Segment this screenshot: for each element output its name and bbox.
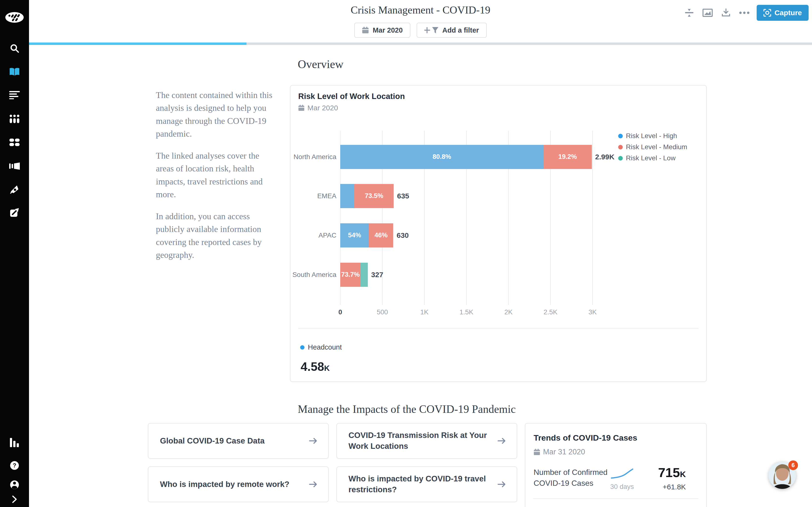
metric-value-unit: K xyxy=(680,469,686,479)
bar-chart-icon[interactable] xyxy=(0,435,29,450)
link-card-global-case-data[interactable]: Global COVID-19 Case Data xyxy=(148,423,329,459)
legend-dot-low xyxy=(618,156,623,161)
capture-label: Capture xyxy=(774,9,802,17)
legend-label: Risk Level - Low xyxy=(626,154,675,162)
user-icon[interactable] xyxy=(0,477,29,493)
legend-dot-medium xyxy=(618,145,623,150)
bar-segment[interactable]: 19.2% xyxy=(544,145,592,169)
more-icon[interactable] xyxy=(737,5,752,21)
slides-icon[interactable] xyxy=(0,158,29,174)
segment-percentage-label: 80.8% xyxy=(340,153,544,161)
x-axis-tick: 1K xyxy=(410,308,439,316)
impacts-heading: Manage the Impacts of the COVID-19 Pande… xyxy=(298,403,516,415)
filter-bar: Mar 2020 Add a filter xyxy=(29,23,812,38)
header-actions: Capture xyxy=(681,5,809,21)
main-content: Crisis Management - COVID-19 Mar 2020 Ad… xyxy=(29,0,812,507)
headcount-label: Headcount xyxy=(308,343,342,351)
risk-level-chart-card: Risk Level of Work Location Mar 2020 050… xyxy=(290,85,707,382)
date-filter-button[interactable]: Mar 2020 xyxy=(354,23,410,38)
x-axis-tick: 1.5K xyxy=(452,308,481,316)
link-card-transmission-risk[interactable]: COVID-19 Transmission Risk at Your Work … xyxy=(337,423,517,459)
trends-date: Mar 31 2020 xyxy=(534,448,585,456)
segment-percentage-label: 73.7% xyxy=(340,271,361,278)
date-filter-label: Mar 2020 xyxy=(373,26,403,34)
bar-segment[interactable] xyxy=(340,184,354,208)
pen-icon[interactable] xyxy=(0,181,29,197)
metric-value: 715K xyxy=(658,465,686,480)
link-label: Who is impacted by COVID-19 travel restr… xyxy=(349,473,489,495)
headcount-unit: K xyxy=(324,364,329,373)
gridline xyxy=(592,131,593,305)
x-axis-tick: 2.5K xyxy=(536,308,565,316)
sparkline-block: 30 days xyxy=(608,468,637,491)
intro-paragraph: The linked analyses cover the areas of l… xyxy=(156,150,277,201)
bar-segment[interactable]: 46% xyxy=(369,223,393,247)
link-label: COVID-19 Transmission Risk at Your Work … xyxy=(349,430,489,451)
bar-segment[interactable] xyxy=(361,263,368,287)
chart-date: Mar 2020 xyxy=(298,104,338,112)
category-label: EMEA xyxy=(291,192,337,200)
headcount-dot xyxy=(300,345,305,350)
tiles-icon[interactable] xyxy=(0,135,29,150)
scroll-progress-track xyxy=(29,43,812,45)
visier-logo[interactable] xyxy=(0,10,29,25)
metric-label: Number of Confirmed COVID-19 Cases xyxy=(534,467,613,489)
legend-label: Risk Level - Medium xyxy=(626,143,687,151)
image-icon[interactable] xyxy=(700,5,716,21)
calendar-icon xyxy=(298,105,305,111)
intro-paragraph: The content contained within this analys… xyxy=(156,89,277,140)
sidebar: ? xyxy=(0,0,29,507)
bar-total-label: 2.99K xyxy=(595,153,615,161)
metric-delta: +61.8K xyxy=(663,483,686,491)
segment-percentage-label: 54% xyxy=(340,231,369,239)
link-card-travel-restrictions[interactable]: Who is impacted by COVID-19 travel restr… xyxy=(337,466,517,502)
legend-item-high[interactable]: Risk Level - High xyxy=(618,132,687,139)
plot-area: 05001K1.5K2K2.5K3KNorth America80.8%19.2… xyxy=(340,131,593,305)
scroll-progress-fill xyxy=(29,43,247,45)
intro-text: The content contained within this analys… xyxy=(156,89,277,271)
bar-total-label: 635 xyxy=(397,192,409,200)
add-filter-label: Add a filter xyxy=(442,26,479,34)
category-label: North America xyxy=(291,153,337,161)
dots-grid-icon[interactable] xyxy=(0,111,29,126)
headcount-value: 4.58K xyxy=(301,360,329,374)
headcount-legend: Headcount xyxy=(300,343,342,351)
book-icon-active[interactable] xyxy=(0,64,29,80)
capture-viewfinder-icon xyxy=(763,9,771,17)
bar-total-label: 630 xyxy=(397,231,409,239)
bar-segment[interactable]: 54% xyxy=(340,223,369,247)
export-icon[interactable] xyxy=(0,205,29,220)
legend-item-low[interactable]: Risk Level - Low xyxy=(618,155,687,162)
segment-percentage-label: 73.5% xyxy=(354,192,394,200)
sparkline-caption: 30 days xyxy=(608,483,637,491)
chart-legend: Risk Level - High Risk Level - Medium Ri… xyxy=(618,132,687,166)
app-window: ? Crisis Management - COVID-19 Mar 2020 … xyxy=(0,0,812,507)
search-icon[interactable] xyxy=(0,41,29,56)
fit-width-icon[interactable] xyxy=(681,5,697,21)
text-lines-icon[interactable] xyxy=(0,88,29,103)
bar-segment[interactable]: 73.7% xyxy=(340,263,361,287)
legend-item-medium[interactable]: Risk Level - Medium xyxy=(618,144,687,151)
arrow-right-icon xyxy=(309,437,317,445)
category-label: APAC xyxy=(291,231,337,239)
bar-segment[interactable]: 73.5% xyxy=(354,184,394,208)
arrow-right-icon xyxy=(309,481,317,488)
bar-segment[interactable]: 80.8% xyxy=(340,145,544,169)
segment-percentage-label: 19.2% xyxy=(544,153,592,161)
overview-heading: Overview xyxy=(298,57,343,71)
help-icon[interactable]: ? xyxy=(0,458,29,473)
add-filter-button[interactable]: Add a filter xyxy=(417,23,487,38)
assistant-avatar[interactable]: 6 xyxy=(768,461,797,489)
capture-button[interactable]: Capture xyxy=(757,5,809,21)
link-card-remote-work[interactable]: Who is impacted by remote work? xyxy=(148,466,329,502)
chart-title: Risk Level of Work Location xyxy=(298,92,405,101)
link-label: Global COVID-19 Case Data xyxy=(160,436,265,446)
add-filter-icon xyxy=(424,26,439,34)
download-icon[interactable] xyxy=(718,5,734,21)
chart-date-label: Mar 2020 xyxy=(307,104,338,112)
expand-chevron-icon[interactable] xyxy=(0,492,29,507)
sparkline-chart xyxy=(610,468,633,480)
intro-paragraph: In addition, you can access publicly ava… xyxy=(156,210,277,262)
segment-percentage-label: 46% xyxy=(369,231,393,239)
legend-dot-high xyxy=(618,134,623,138)
